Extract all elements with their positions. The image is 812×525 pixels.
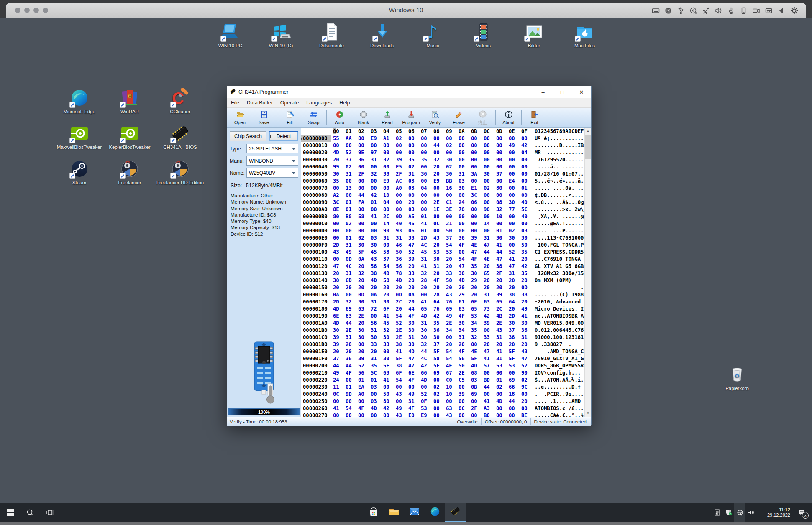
menu-file[interactable]: File bbox=[227, 98, 243, 107]
hex-address[interactable]: 00000000 bbox=[301, 135, 331, 142]
toolbar-erase-icon[interactable]: Erase bbox=[447, 108, 471, 127]
window-titlebar[interactable]: CH341A Programmer – □ ✕ bbox=[227, 86, 591, 98]
hex-address[interactable]: 00000200 bbox=[301, 362, 331, 370]
hex-bytes[interactable]: 30312F32382F31362030313A30370000 bbox=[333, 171, 534, 178]
scroll-down-icon[interactable]: ▼ bbox=[585, 410, 591, 417]
taskbar-clock[interactable]: 11:12 29.12.2022 bbox=[758, 507, 790, 518]
hex-address[interactable]: 000000D0 bbox=[301, 227, 331, 234]
toolbar-fill-icon[interactable]: Fill bbox=[278, 108, 302, 127]
hex-ascii[interactable]: <.ú... ..Á$...0@ bbox=[535, 199, 584, 206]
hex-ascii[interactable]: GL XTV A1 G5 8GB bbox=[535, 263, 584, 270]
hex-ascii[interactable]: .AMD_TONGA_C bbox=[535, 348, 584, 355]
hex-row-00000190[interactable]: 000001906E632E0041544F4D42494F53424B2D41… bbox=[301, 313, 591, 320]
desktop-icon-music[interactable]: ♪Music bbox=[407, 22, 458, 48]
hex-scrollbar[interactable]: ▲ ▼ bbox=[584, 128, 591, 417]
hex-ascii[interactable]: ..ê.........D.f bbox=[535, 384, 584, 391]
hex-row-000000D0[interactable]: 000000D000000000909306010050000000010203… bbox=[301, 227, 591, 234]
desktop-icon-winrar[interactable]: WinRAR bbox=[105, 88, 155, 114]
hex-row-00000180[interactable]: 000001804D6963726F20446576696365732C2049… bbox=[301, 306, 591, 313]
hex-bytes[interactable]: 000000038000310F00000000414D4420 bbox=[333, 398, 534, 405]
tray-network-globe-icon[interactable] bbox=[734, 503, 745, 522]
hex-bytes[interactable]: 302E3031322E30303634343500433736 bbox=[333, 327, 534, 334]
toolbar-save-icon[interactable]: Save bbox=[252, 108, 276, 127]
back-icon[interactable] bbox=[777, 7, 785, 15]
hex-ascii[interactable]: ........D.....IB bbox=[535, 142, 584, 149]
hex-ascii[interactable]: 76910_GLXTV_A1_G bbox=[535, 355, 584, 362]
desktop[interactable]: WIN 10 PCWIN 10 (C)DokumenteDownloads♪Mu… bbox=[0, 18, 812, 503]
hex-address[interactable]: 00000090 bbox=[301, 199, 331, 206]
hex-address[interactable]: 000001B0 bbox=[301, 327, 331, 334]
hex-bytes[interactable]: 4D44205645523031352E3034392E3030 bbox=[333, 320, 534, 327]
processor-icon[interactable] bbox=[664, 7, 672, 15]
hex-row-00000260[interactable]: 0000026041544F4D42494F5300638C2FA3000000… bbox=[301, 405, 591, 412]
hex-address[interactable]: 00000190 bbox=[301, 313, 331, 320]
hex-row-00000070[interactable]: 000000700013000000A00304001630E102800001… bbox=[301, 185, 591, 192]
desktop-icon-win-10-c-[interactable]: WIN 10 (C) bbox=[256, 22, 306, 48]
hex-address[interactable]: 000000B0 bbox=[301, 213, 331, 220]
hex-bytes[interactable]: 2D3130300046474C20544F4E47410050 bbox=[333, 242, 534, 249]
hex-row-000000E0[interactable]: 000000E0000102033131332D4337363931303030… bbox=[301, 234, 591, 242]
hex-address[interactable]: 00000260 bbox=[301, 405, 331, 412]
hex-row-00000060[interactable]: 0000006035000000E9AC0300E9BB03000000E400… bbox=[301, 178, 591, 185]
menu-operate[interactable]: Operate bbox=[277, 98, 302, 107]
desktop-icon-win-10-pc[interactable]: WIN 10 PC bbox=[205, 22, 256, 48]
hex-bytes[interactable]: 2400010141544F4D00C0C503BD016902 bbox=[333, 377, 534, 384]
hex-row-00000040[interactable]: 000000409902000000E502002002000000000000… bbox=[301, 163, 591, 171]
hex-bytes[interactable]: 00000000909306010050000000010203 bbox=[333, 227, 534, 234]
hex-address[interactable]: 000000F0 bbox=[301, 242, 331, 249]
hex-address[interactable]: 00000060 bbox=[301, 178, 331, 185]
hex-ascii[interactable]: ....113-C7691000 bbox=[535, 234, 584, 242]
taskbar-mail-icon[interactable] bbox=[404, 503, 425, 522]
hex-ascii[interactable]: MD VER015.049.00 bbox=[535, 320, 584, 327]
hex-ascii[interactable]: ¸XA,.¥. ......@ bbox=[535, 213, 584, 220]
hex-address[interactable]: 00000070 bbox=[301, 185, 331, 192]
hex-bytes[interactable]: 4D529E97000000000000000000000004 bbox=[333, 149, 534, 156]
hex-row-00000140[interactable]: 00000140306D204D584D20284F504D2920202020… bbox=[301, 277, 591, 284]
hex-address[interactable]: 000001F0 bbox=[301, 355, 331, 362]
hex-ascii[interactable]: Uª é¡........... bbox=[535, 135, 584, 142]
hex-bytes[interactable]: 37363931305F474C5854565F41315F47 bbox=[333, 355, 534, 362]
hex-ascii[interactable]: ...C76910 TONGA bbox=[535, 256, 584, 263]
hex-bytes[interactable]: 39313030302E31303000313233313831 bbox=[333, 334, 534, 341]
hex-row-00000030[interactable]: 0000003020373631323935353230000000000000… bbox=[301, 156, 591, 163]
toolbar-swap-icon[interactable]: Swap bbox=[302, 108, 325, 127]
hex-editor[interactable]: 000102030405060708090A0B0C0D0E0F01234567… bbox=[301, 128, 591, 417]
hex-bytes[interactable]: 2020202020202020202020202020200D bbox=[333, 284, 534, 291]
hex-ascii[interactable]: ....å.. ....... bbox=[535, 163, 584, 171]
hex-ascii[interactable]: CI_EXPRESS.GDDR5 bbox=[535, 249, 584, 256]
hex-bytes[interactable]: 20373631323935353230000000000000 bbox=[333, 156, 534, 163]
hex-row-00000080[interactable]: 00000080A2004442100000000000003C00000000… bbox=[301, 192, 591, 199]
menu-help[interactable]: Help bbox=[336, 98, 353, 107]
taskbar-explorer-icon[interactable] bbox=[384, 503, 404, 522]
audio-icon[interactable] bbox=[715, 7, 722, 15]
hex-bytes[interactable]: 3C01FA01040020002EC1240600083040 bbox=[333, 199, 534, 206]
taskbar-edge-taskbar-icon[interactable] bbox=[425, 503, 445, 522]
hex-bytes[interactable]: 000102033131332D4337363931303030 bbox=[333, 234, 534, 242]
hex-row-000000F0[interactable]: 000000F02D3130300046474C20544F4E47410050… bbox=[301, 242, 591, 249]
maximize-button[interactable]: □ bbox=[553, 86, 572, 98]
hex-ascii[interactable]: 01/28/16 01:07.. bbox=[535, 171, 584, 178]
hex-ascii[interactable]: . bbox=[535, 284, 584, 291]
hex-row-00000100[interactable]: 0000010043495F45585052455353004744445235… bbox=[301, 249, 591, 256]
hex-address[interactable]: 00000130 bbox=[301, 270, 331, 277]
desktop-icon-freelancer[interactable]: Freelancer bbox=[105, 159, 155, 185]
hex-address[interactable]: 00000240 bbox=[301, 391, 331, 398]
hex-bytes[interactable]: 41544F4D42494F5300638C2FA3000000 bbox=[333, 405, 534, 412]
hex-address[interactable]: 000000A0 bbox=[301, 206, 331, 213]
hex-bytes[interactable]: 203132384D78333220333030652F3135 bbox=[333, 270, 534, 277]
hex-ascii[interactable]: Micro Devices, I bbox=[535, 306, 584, 313]
hex-row-00000250[interactable]: 00000250000000038000310F00000000414D4420… bbox=[301, 398, 591, 405]
minimize-button[interactable]: – bbox=[533, 86, 553, 98]
desktop-icon-maxwellbiostweaker[interactable]: MaxwellBiosTweaker bbox=[54, 123, 105, 150]
chip-name-select[interactable]: W25Q40BV bbox=[246, 168, 298, 178]
hex-row-00000230[interactable]: 000002301101EA03000000000210000B4402669C… bbox=[301, 384, 591, 391]
hex-address[interactable]: 00000230 bbox=[301, 384, 331, 391]
hex-bytes[interactable]: 000D0A43373639313020544F4E474120 bbox=[333, 256, 534, 263]
hex-ascii[interactable]: 128Mx32 300e/15 bbox=[535, 270, 584, 277]
hex-ascii[interactable]: 0m MXM (OPM) bbox=[535, 277, 584, 284]
hex-row-00000110[interactable]: 00000110000D0A43373639313020544F4E474120… bbox=[301, 256, 591, 263]
hex-ascii[interactable]: . .PCIR..9i.... bbox=[535, 391, 584, 398]
hex-address[interactable]: 00000270 bbox=[301, 412, 331, 417]
hex-row-00000130[interactable]: 00000130203132384D78333220333030652F3135… bbox=[301, 270, 591, 277]
tray-defender-icon[interactable] bbox=[723, 503, 734, 522]
